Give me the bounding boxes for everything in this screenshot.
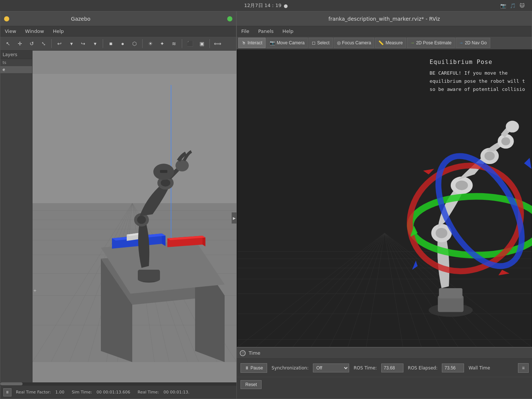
ros-elapsed-input[interactable] xyxy=(442,364,464,372)
gazebo-menu-view[interactable]: View xyxy=(3,28,18,35)
focus-icon: ◎ xyxy=(337,40,341,45)
svg-rect-40 xyxy=(138,270,160,281)
scale-tool-button[interactable]: ⤡ xyxy=(38,38,49,49)
rotate-tool-button[interactable]: ↺ xyxy=(26,38,37,49)
toolbar-sep-3 xyxy=(142,39,143,48)
pose-estimate-label: 2D Pose Estimate xyxy=(416,40,451,45)
interact-label: Interact xyxy=(248,40,262,45)
interact-icon: 🖱 xyxy=(242,40,246,45)
gazebo-window: Gazebo View Window Help ↖ ✛ ↺ ⤡ ↩ ▾ ↪ ▾ … xyxy=(0,11,236,399)
gazebo-menubar: View Window Help xyxy=(0,26,236,37)
svg-point-83 xyxy=(506,121,519,133)
gazebo-scrollbar-thumb[interactable] xyxy=(0,382,23,385)
sidebar-item-active[interactable]: e xyxy=(0,66,32,73)
eq-pose-body: BE CAREFUL! If you move the equilibrium … xyxy=(430,69,525,93)
move-camera-button[interactable]: 📷 Move Camera xyxy=(266,38,308,48)
measure-icon: 📏 xyxy=(378,40,384,45)
toolbar-sep-5 xyxy=(209,39,210,48)
collapse-arrow[interactable]: ▶ xyxy=(232,212,237,224)
box-button[interactable]: ■ xyxy=(105,38,116,49)
pose-estimate-icon: → xyxy=(410,40,415,45)
sync-select[interactable]: Off Exact Approximate xyxy=(313,364,349,372)
move-camera-label: Move Camera xyxy=(277,40,304,45)
reset-button[interactable]: Reset xyxy=(241,380,262,389)
svg-point-45 xyxy=(175,160,189,171)
cylinder-button[interactable]: ⬡ xyxy=(129,38,140,49)
select-label: Select xyxy=(317,40,329,45)
select-button[interactable]: ◻ Select xyxy=(308,38,332,48)
system-bar: 12月7日 14：19 ● 📷 🎵 🐱 xyxy=(0,0,532,11)
translate-tool-button[interactable]: ✛ xyxy=(14,38,25,49)
gazebo-scrollbar[interactable] xyxy=(0,382,237,385)
measure-button[interactable]: 📏 Measure xyxy=(375,38,406,48)
time-label: Time xyxy=(249,350,260,356)
gazebo-3d-viewport[interactable]: ▶ xyxy=(33,51,237,385)
sphere-button[interactable]: ● xyxy=(117,38,128,49)
interact-button[interactable]: 🖱 Interact xyxy=(238,38,266,48)
eq-pose-title: Equilibrium Pose xyxy=(430,57,525,68)
tray-icon-3: 🐱 xyxy=(519,3,525,8)
rviz-menu-file[interactable]: File xyxy=(240,28,251,35)
toolbar-sep-1 xyxy=(51,39,52,48)
align-button[interactable]: ⟺ xyxy=(212,38,223,49)
rviz-window: franka_description_with_marker.rviz* - R… xyxy=(236,11,532,399)
ros-time-input[interactable] xyxy=(381,364,403,372)
rviz-menu-help[interactable]: Help xyxy=(281,28,295,35)
maximize-button[interactable] xyxy=(227,16,232,21)
rviz-scene-svg xyxy=(237,50,532,347)
snap1-button[interactable]: ⬛ xyxy=(184,38,195,49)
nav-goal-button[interactable]: → 2D Nav Go xyxy=(456,38,490,48)
svg-point-42 xyxy=(137,216,146,224)
gazebo-pause-button[interactable]: ⏸ xyxy=(3,388,11,396)
gazebo-menu-help[interactable]: Help xyxy=(51,28,65,35)
rviz-time-panel: ⏱ Time ⏸ Pause Synchronization: Off Exac… xyxy=(237,347,532,399)
redo-arrow-button[interactable]: ▾ xyxy=(89,38,100,49)
real-time-value: 00 00:01:13. xyxy=(163,390,189,395)
wall-time-label: Wall Time xyxy=(468,365,490,371)
time-icon: ⏱ xyxy=(240,350,246,356)
svg-point-78 xyxy=(456,181,468,190)
ros-elapsed-label: ROS Elapsed: xyxy=(408,365,437,371)
svg-rect-47 xyxy=(160,170,167,173)
rviz-3d-viewport[interactable]: Equilibrium Pose BE CAREFUL! If you move… xyxy=(237,50,532,347)
select-icon: ◻ xyxy=(312,40,316,45)
undo-button[interactable]: ↩ xyxy=(54,38,65,49)
pause-icon: ⏸ xyxy=(245,365,249,371)
sidebar-item-ts[interactable]: ts xyxy=(0,59,32,66)
equilibrium-pose-overlay: Equilibrium Pose BE CAREFUL! If you move… xyxy=(430,57,525,93)
gazebo-toolbar: ↖ ✛ ↺ ⤡ ↩ ▾ ↪ ▾ ■ ● ⬡ ☀ ✦ ≋ ⬛ ▣ ⟺ xyxy=(0,37,236,51)
focus-camera-button[interactable]: ◎ Focus Camera xyxy=(334,38,375,48)
rviz-menubar: File Panels Help xyxy=(237,26,532,37)
select-tool-button[interactable]: ↖ xyxy=(3,38,14,49)
toolbar-sep-4 xyxy=(182,39,182,48)
rviz-menu-panels[interactable]: Panels xyxy=(257,28,275,35)
real-time-label: Real Time: xyxy=(138,390,159,395)
redo-button[interactable]: ↪ xyxy=(78,38,89,49)
svg-rect-74 xyxy=(439,288,463,299)
dir-light-button[interactable]: ✦ xyxy=(157,38,168,49)
real-time-factor-label: Real Time Factor: xyxy=(16,390,51,395)
rviz-config-button[interactable]: ≡ xyxy=(518,363,529,373)
spot-light-button[interactable]: ≋ xyxy=(168,38,180,49)
snap2-button[interactable]: ▣ xyxy=(196,38,207,49)
move-camera-icon: 📷 xyxy=(270,40,275,45)
pose-estimate-button[interactable]: → 2D Pose Estimate xyxy=(407,38,455,48)
real-time-factor-value: 1.00 xyxy=(55,390,65,395)
rviz-title: franka_description_with_marker.rviz* - R… xyxy=(241,16,527,22)
rviz-time-controls: ⏸ Pause Synchronization: Off Exact Appro… xyxy=(237,359,532,377)
rviz-reset-row: Reset xyxy=(237,377,532,392)
rviz-time-header: ⏱ Time xyxy=(237,348,532,359)
gazebo-menu-window[interactable]: Window xyxy=(24,28,45,35)
gazebo-title: Gazebo xyxy=(71,16,91,22)
rviz-toolbar: 🖱 Interact 📷 Move Camera ◻ Select ◎ Focu… xyxy=(237,37,532,50)
svg-point-80 xyxy=(484,151,495,160)
sim-time-label: Sim Time: xyxy=(72,390,92,395)
layers-header: Layers xyxy=(0,51,32,59)
point-light-button[interactable]: ☀ xyxy=(145,38,156,49)
rviz-pause-button[interactable]: ⏸ Pause xyxy=(241,363,267,373)
gazebo-statusbar: ⏸ Real Time Factor: 1.00 Sim Time: 00 00… xyxy=(0,385,237,399)
undo-arrow-button[interactable]: ▾ xyxy=(66,38,77,49)
minimize-button[interactable] xyxy=(4,16,9,21)
system-tray: 📷 🎵 🐱 xyxy=(500,3,525,8)
toolbar-sep-2 xyxy=(103,39,103,48)
